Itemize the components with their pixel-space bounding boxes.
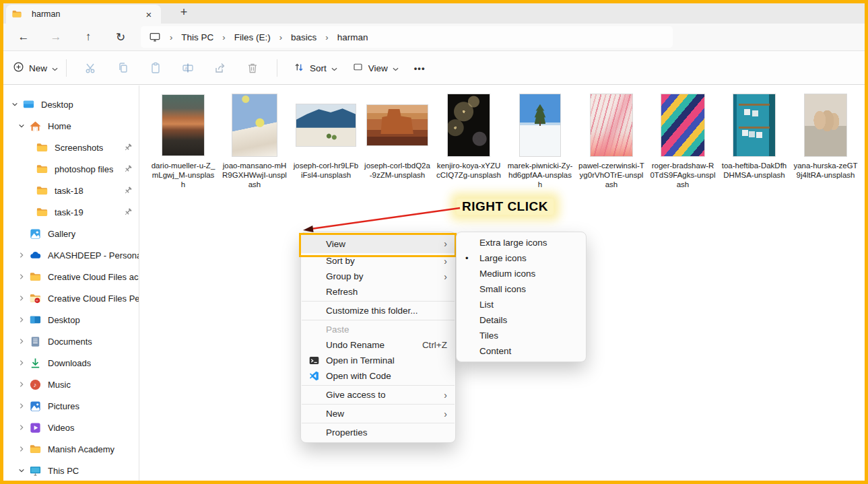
share-button[interactable] [204,61,236,75]
chevron-right-icon[interactable] [14,403,29,409]
sidebar-item-documents[interactable]: Documents [3,331,139,352]
menu-item-group-by[interactable]: Group by › [301,269,455,284]
menu-item-refresh[interactable]: Refresh [301,284,455,300]
chevron-right-icon[interactable] [14,295,29,302]
submenu-item-label: Extra large icons [479,238,547,248]
sidebar-item-photoshop-files[interactable]: photoshop files [3,158,139,180]
sidebar-item-screenshots[interactable]: Screenshots [3,137,139,158]
chevron-down-icon[interactable] [7,101,22,108]
chevron-right-icon[interactable] [14,446,29,452]
file-name: joseph-corl-tbdQ2a-9zZM-unsplash [364,161,430,180]
submenu-item-tiles[interactable]: Tiles [457,328,586,343]
sidebar-item-creative-cloud-files-personal[interactable]: ∞ Creative Cloud Files Person [3,287,139,309]
breadcrumb-basics[interactable]: basics [288,32,319,42]
menu-item-sort-by[interactable]: Sort by › [301,253,455,269]
file-name: dario-mueller-u-Z_mLgwj_M-unsplash [150,161,216,189]
sidebar-item-task-19[interactable]: task-19 [3,201,139,223]
sidebar-item-manish-academy[interactable]: Manish Academy [3,438,139,460]
sidebar-item-task-18[interactable]: task-18 [3,180,139,201]
cut-button[interactable] [75,61,107,75]
breadcrumb-files-e[interactable]: Files (E:) [232,32,273,42]
submenu-item-small-icons[interactable]: Small icons [457,281,586,297]
menu-item-undo-rename[interactable]: Undo Rename Ctrl+Z [301,337,455,353]
menu-item-new[interactable]: New › [301,406,455,421]
chevron-right-icon[interactable] [14,316,29,323]
file-item[interactable]: roger-bradshaw-R0TdS9FAgks-unsplash [649,94,716,189]
submenu-item-details[interactable]: Details [457,312,586,328]
folder-icon [36,163,48,176]
new-button[interactable]: New [13,61,58,75]
sidebar-item-gallery[interactable]: Gallery [3,223,139,244]
sidebar-item-label: Home [48,121,71,131]
image-thumbnail [232,94,277,156]
delete-button[interactable] [236,61,269,75]
sidebar-item-label: AKASHDEEP - Personal [48,250,139,261]
breadcrumb-harman[interactable]: harman [335,32,371,42]
sidebar-item-label: Pictures [48,401,79,411]
home-icon [29,120,42,133]
file-item[interactable]: joseph-corl-tbdQ2a-9zZM-unsplash [364,94,431,189]
back-icon[interactable]: ← [7,30,40,44]
file-item[interactable]: kenjiro-koya-xYZUcCIQ7Zg-unsplash [435,94,502,189]
file-item[interactable]: joseph-corl-hr9LFbiFsl4-unsplash [292,94,360,189]
breadcrumb-this-pc[interactable]: This PC [178,32,216,42]
chevron-right-icon[interactable] [14,359,29,366]
submenu-item-medium-icons[interactable]: Medium icons [457,266,586,281]
submenu-item-content[interactable]: Content [457,343,586,359]
image-thumbnail [448,94,490,156]
forward-icon[interactable]: → [40,30,72,44]
menu-item-properties[interactable]: Properties [301,425,455,440]
view-button[interactable]: View [352,61,399,75]
file-item[interactable]: yana-hurska-zeGT9j4ltRA-unsplash [792,94,859,189]
chevron-down-icon[interactable] [14,123,29,129]
submenu-item-extra-large-icons[interactable]: Extra large icons [457,235,586,250]
submenu-arrow-icon: › [444,390,447,401]
sidebar-item-creative-cloud-files-academic[interactable]: Creative Cloud Files acader [3,266,139,287]
file-item[interactable]: joao-mansano-mHR9GXHWwjI-unsplash [221,94,288,189]
sidebar-item-videos[interactable]: Videos [3,417,139,438]
menu-item-customize-this-folder[interactable]: Customize this folder... [301,303,455,318]
menu-item-open-with-code[interactable]: Open with Code [301,368,455,384]
chevron-right-icon[interactable] [14,381,29,388]
copy-button[interactable] [107,61,139,75]
sidebar-item-music[interactable]: ♪ Music [3,374,139,395]
chevron-down-icon[interactable] [14,467,29,474]
up-icon[interactable]: ↑ [72,30,104,44]
image-thumbnail [591,94,632,156]
menu-item-paste[interactable]: Paste [301,322,455,337]
chevron-right-icon[interactable] [14,273,29,280]
menu-item-view[interactable]: View › [301,234,455,253]
sidebar-item-desktop-top[interactable]: Desktop [3,94,139,115]
menu-item-open-in-terminal[interactable]: Open in Terminal [301,353,455,368]
view-button-label: View [368,63,388,73]
tab-harman[interactable]: harman × [6,5,161,24]
tab-close-icon[interactable]: × [142,9,156,20]
paste-button[interactable] [139,61,172,75]
menu-item-label: Customize this folder... [326,306,418,316]
file-item[interactable]: pawel-czerwinski-Tyg0rVhOTrE-unsplash [578,94,645,189]
new-tab-icon[interactable]: + [176,5,192,20]
sidebar-item-home[interactable]: Home [3,115,139,137]
desktop-icon [22,98,35,111]
menu-item-give-access-to[interactable]: Give access to › [301,387,455,403]
chevron-right-icon[interactable] [14,424,29,431]
refresh-icon[interactable]: ↻ [104,30,137,44]
submenu-item-large-icons[interactable]: • Large icons [457,250,586,266]
sidebar-item-desktop[interactable]: Desktop [3,309,139,331]
file-item[interactable]: toa-heftiba-DakDfhDHMSA-unsplash [721,94,788,189]
more-options-icon[interactable]: ••• [414,63,426,73]
image-thumbnail [805,94,846,156]
rename-button[interactable]: A [172,61,204,75]
sidebar-item-this-pc[interactable]: This PC [3,460,139,481]
file-item[interactable]: dario-mueller-u-Z_mLgwj_M-unsplash [149,94,217,189]
file-item[interactable]: marek-piwnicki-Zy-hd6gpfAA-unsplash [506,94,574,189]
sidebar-item-pictures[interactable]: Pictures [3,395,139,417]
chevron-right-icon[interactable] [14,338,29,345]
sidebar-item-downloads[interactable]: Downloads [3,352,139,374]
chevron-right-icon[interactable] [14,252,29,258]
sidebar-item-label: Screenshots [55,143,103,153]
sidebar-item-onedrive-personal[interactable]: AKASHDEEP - Personal [3,244,139,266]
submenu-item-list[interactable]: List [457,297,586,312]
sort-button[interactable]: Sort [293,61,337,75]
annotation-right-click-label: RIGHT CLICK [457,199,554,215]
